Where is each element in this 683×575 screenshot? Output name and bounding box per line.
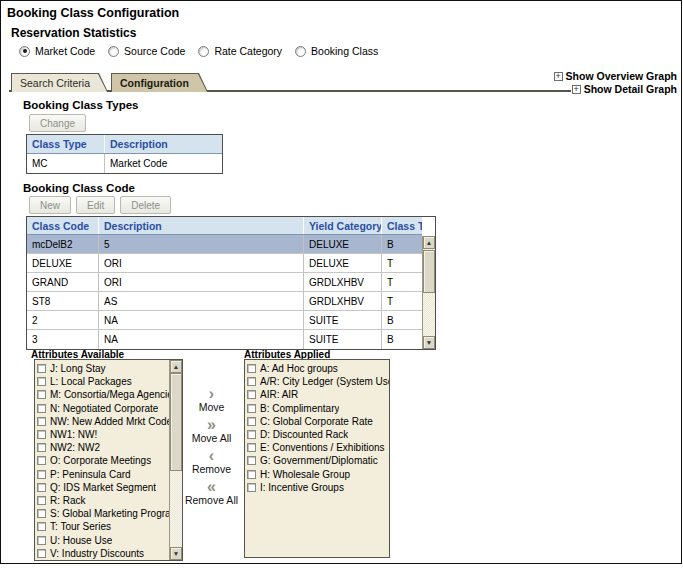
new-button[interactable]: New [29, 196, 71, 214]
scroll-up-button[interactable]: ▲ [170, 360, 182, 373]
checkbox-icon[interactable] [37, 417, 46, 426]
attribute-label: J: Long Stay [50, 363, 106, 374]
attribute-item[interactable]: A/R: City Ledger (System Used) [247, 375, 389, 388]
table-cell: SUITE [304, 330, 382, 349]
table-row[interactable]: GRAND ORI GRDLXHBV T [27, 273, 422, 292]
attribute-item[interactable]: E: Conventions / Exhibitions [247, 441, 389, 454]
attribute-item[interactable]: Q: IDS Market Segment [37, 481, 169, 494]
attribute-item[interactable]: L: Local Packages [37, 375, 169, 388]
attribute-item[interactable]: T: Tour Series [37, 520, 169, 533]
scroll-thumb[interactable] [170, 373, 182, 471]
scroll-down-button[interactable]: ▼ [170, 547, 182, 560]
attribute-label: T: Tour Series [50, 521, 111, 532]
header-cell: Description [105, 135, 222, 153]
attribute-label: A/R: City Ledger (System Used) [260, 376, 389, 387]
attribute-item[interactable]: D: Discounted Rack [247, 428, 389, 441]
checkbox-icon[interactable] [37, 377, 46, 386]
tab-configuration[interactable]: Configuration [111, 73, 208, 92]
checkbox-icon[interactable] [37, 404, 46, 413]
table-row[interactable]: MC Market Code [27, 154, 222, 173]
checkbox-icon[interactable] [37, 509, 46, 518]
attribute-item[interactable]: AIR: AIR [247, 388, 389, 401]
attribute-item[interactable]: H: Wholesale Group [247, 468, 389, 481]
table-cell: GRAND [27, 273, 99, 291]
checkbox-icon[interactable] [247, 483, 256, 492]
checkbox-icon[interactable] [37, 496, 46, 505]
table-row[interactable]: DELUXE ORI DELUXE T [27, 254, 422, 273]
radio-option-rate-category[interactable]: Rate Category [198, 45, 282, 57]
checkbox-icon[interactable] [247, 377, 256, 386]
attribute-item[interactable]: I: Incentive Groups [247, 481, 389, 494]
checkbox-icon[interactable] [37, 456, 46, 465]
table-row[interactable]: 3 NA SUITE B [27, 330, 422, 349]
delete-button[interactable]: Delete [120, 196, 171, 214]
radio-option-source-code[interactable]: Source Code [108, 45, 185, 57]
table-body: MC Market Code [27, 154, 222, 173]
checkbox-icon[interactable] [247, 430, 256, 439]
checkbox-icon[interactable] [247, 417, 256, 426]
attribute-item[interactable]: S: Global Marketing Programme [37, 507, 169, 520]
tab-search-criteria[interactable]: Search Criteria [11, 73, 108, 92]
attribute-item[interactable]: M: Consortia/Mega Agencies [37, 388, 169, 401]
radio-option-booking-class[interactable]: Booking Class [295, 45, 378, 57]
booking-class-types-table: Class Type Description MC Market Code [26, 134, 223, 174]
attribute-item[interactable]: NW2: NW2 [37, 441, 169, 454]
attribute-item[interactable]: NW1: NW! [37, 428, 169, 441]
checkbox-icon[interactable] [37, 483, 46, 492]
vertical-scrollbar[interactable]: ▲ ▼ [169, 360, 182, 560]
table-cell: GRDLXHBV [304, 273, 382, 291]
remove-all-button[interactable]: « Remove All [185, 480, 238, 506]
show-detail-graph-link[interactable]: + Show Detail Graph [572, 83, 677, 95]
move-button[interactable]: › Move [199, 387, 225, 413]
change-button[interactable]: Change [29, 114, 86, 132]
attribute-item[interactable]: N: Negotiated Corporate [37, 402, 169, 415]
table-row[interactable]: 2 NA SUITE B [27, 311, 422, 330]
checkbox-icon[interactable] [37, 390, 46, 399]
checkbox-icon[interactable] [247, 404, 256, 413]
expand-plus-icon[interactable]: + [554, 72, 563, 81]
attribute-item[interactable]: A: Ad Hoc groups [247, 362, 389, 375]
show-overview-graph-link[interactable]: + Show Overview Graph [554, 70, 677, 82]
attribute-label: H: Wholesale Group [260, 469, 350, 480]
checkbox-icon[interactable] [37, 430, 46, 439]
attribute-item[interactable]: U: House Use [37, 533, 169, 546]
checkbox-icon[interactable] [247, 443, 256, 452]
checkbox-icon[interactable] [37, 522, 46, 531]
attribute-item[interactable]: V: Industry Discounts [37, 547, 169, 560]
checkbox-icon[interactable] [37, 443, 46, 452]
attribute-item[interactable]: G: Government/Diplomatic [247, 454, 389, 467]
table-cell: ORI [99, 254, 304, 272]
attribute-label: P: Peninsula Card [50, 469, 131, 480]
vertical-scrollbar[interactable]: ▲ ▼ [422, 236, 435, 349]
checkbox-icon[interactable] [247, 456, 256, 465]
attributes-applied-list: A: Ad Hoc groups A/R: City Ledger (Syste… [244, 359, 390, 558]
checkbox-icon[interactable] [37, 536, 46, 545]
radio-icon [295, 46, 306, 57]
attribute-item[interactable]: NW: New Added Mrkt Code [37, 415, 169, 428]
header-cell: Description [99, 217, 304, 234]
attribute-item[interactable]: P: Peninsula Card [37, 468, 169, 481]
checkbox-icon[interactable] [247, 390, 256, 399]
attribute-item[interactable]: C: Global Corporate Rate [247, 415, 389, 428]
attribute-item[interactable]: O: Corporate Meetings [37, 454, 169, 467]
move-all-button[interactable]: » Move All [192, 418, 232, 444]
attribute-item[interactable]: R: Rack [37, 494, 169, 507]
attribute-item[interactable]: J: Long Stay [37, 362, 169, 375]
checkbox-icon[interactable] [247, 470, 256, 479]
scroll-up-button[interactable]: ▲ [423, 236, 435, 249]
remove-button[interactable]: ‹ Remove [192, 449, 231, 475]
edit-button[interactable]: Edit [76, 196, 115, 214]
attribute-label: R: Rack [50, 495, 86, 506]
scroll-down-button[interactable]: ▼ [423, 336, 435, 349]
statistics-radio-group: Market Code Source Code Rate Category Bo… [19, 45, 378, 57]
checkbox-icon[interactable] [37, 364, 46, 373]
expand-plus-icon[interactable]: + [572, 85, 581, 94]
table-row[interactable]: mcDelB2 5 DELUXE B [27, 235, 422, 254]
checkbox-icon[interactable] [247, 364, 256, 373]
attribute-item[interactable]: B: Complimentary [247, 402, 389, 415]
checkbox-icon[interactable] [37, 549, 46, 558]
scroll-thumb[interactable] [423, 250, 435, 293]
radio-option-market-code[interactable]: Market Code [19, 45, 95, 57]
table-row[interactable]: ST8 AS GRDLXHBV T [27, 292, 422, 311]
checkbox-icon[interactable] [37, 470, 46, 479]
